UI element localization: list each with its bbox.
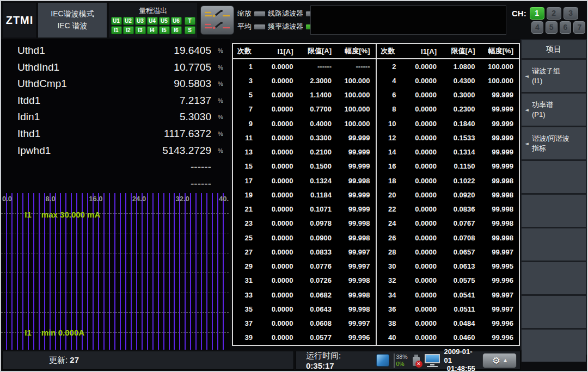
harmonic-value-cell: 0.0000 [404,302,443,316]
range-indicator-t: T [185,17,195,25]
measurement-unit: % [211,47,230,54]
harmonic-bar [136,193,137,350]
harmonic-value-cell: 0.0000 [260,116,299,131]
harmonic-order-cell: 17 [233,173,260,188]
measurement-value: ------ [140,161,211,173]
toggle-switch-缩放[interactable] [254,11,266,17]
harmonic-bar [152,193,154,350]
sidebar-empty-slot [522,296,586,328]
left-panel: Uthd119.6405%UthdInd110.7705%UthdCmp190.… [1,39,230,350]
range-indicator-u1: U1 [111,17,122,25]
gear-icon: ⚙ [492,355,500,366]
harmonic-value-cell: 0.0511 [442,302,481,316]
harmonic-bar [169,193,170,350]
sidebar-item-3[interactable]: ◄谐波/间谐波指标 [522,127,586,159]
harmonic-value-cell: 0.7700 [299,102,338,116]
sidebar-item-line1: 功率谱 [532,100,553,110]
toggle-label-频率滤波器: 频率滤波器 [268,22,303,32]
harmonic-order-cell: 7 [233,102,260,116]
harmonic-value-cell: 99.997 [481,288,519,302]
channel-button-1[interactable]: 1 [530,7,544,20]
harmonic-table-panel: 次数I1[A]限值[A]幅度[%]10.0000------------30.0… [230,39,523,350]
top-bar: ZTMI IEC谐波模式 IEC 谐波 量程溢出 U1U2U3U4U5U6T I… [1,1,587,39]
harmonic-value-cell: 99.999 [481,145,519,159]
harmonic-order-cell: 29 [233,259,260,274]
toggle-switch-平均[interactable] [254,24,266,30]
settings-menu-button[interactable]: ⚙ ▲ [482,353,517,368]
channel-button-7[interactable]: 7 [573,21,585,34]
harmonic-value-cell: 0.0000 [404,331,443,345]
range-indicator-u4: U4 [147,17,158,25]
harmonic-order-cell: 25 [233,231,260,245]
harmonic-order-cell: 19 [233,188,260,202]
harmonic-value-cell: ------ [337,59,376,73]
harmonic-value-cell: 99.997 [481,302,519,316]
harmonic-bar [195,193,197,350]
harmonic-value-cell: 99.998 [337,288,376,302]
harmonic-order-cell: 13 [233,145,260,159]
harmonic-bar [185,193,186,350]
channel-button-4[interactable]: 4 [531,21,543,34]
harmonic-value-cell: 0.0000 [260,173,299,188]
harmonic-order-cell: 15 [233,159,260,173]
chart-channel-label: I1 [24,210,32,219]
range-indicator-i1: I1 [111,26,122,34]
status-bar: 更新: 27 运行时间: 0:35:17 38% 0% ✕ 2009-01-01… [1,350,522,371]
measurement-unit: % [211,131,230,137]
harmonic-order-cell: 6 [377,88,404,102]
sidebar-item-2[interactable]: ◄功率谱(P1) [522,94,586,126]
sidebar-item-line2: (P1) [532,110,553,120]
channel-button-3[interactable]: 3 [564,7,578,20]
harmonic-value-cell: 99.998 [481,202,519,216]
filter-toggle-panel: 缩放线路滤波器平均频率滤波器 [237,3,307,38]
measurement-name: Uthd1 [1,45,140,57]
harmonic-value-cell: 0.0000 [260,102,299,116]
harmonic-value-cell: 100.000 [481,73,519,88]
measurement-row: UthdInd110.7705% [1,59,230,76]
sidebar-item-label: 功率谱(P1) [532,100,553,119]
measurement-row: ------ [1,175,230,192]
harmonic-value-cell: 0.0000 [404,88,443,102]
harmonic-value-cell: 99.997 [337,259,376,274]
runtime-counter: 运行时间: 0:35:17 [306,351,367,370]
channel-button-5[interactable]: 5 [546,21,558,34]
harmonic-value-cell: 0.1840 [442,116,481,131]
harmonic-value-cell: 99.997 [337,317,376,331]
harmonic-value-cell: 0.0000 [260,131,299,145]
measurement-row: Ipwhd15143.2729% [1,142,230,159]
harmonic-value-cell: 99.998 [337,274,376,288]
harmonic-order-cell: 37 [233,317,260,331]
harmonic-bar [174,193,175,350]
harmonic-value-cell: 99.999 [337,188,376,202]
channel-button-6[interactable]: 6 [560,21,572,34]
harmonic-order-cell: 5 [233,88,260,102]
harmonic-value-cell: 0.0484 [442,317,481,331]
harmonic-value-cell: 100.000 [337,102,376,116]
harmonic-value-cell: 0.0000 [260,216,299,231]
harmonic-value-cell: 0.0000 [404,145,443,159]
harmonic-value-cell: 0.0920 [442,188,481,202]
measurement-name: Idin1 [1,111,140,123]
channel-button-2[interactable]: 2 [547,7,561,20]
harmonic-order-cell: 20 [377,188,404,202]
wiring-diagram-icon [203,8,231,32]
harmonic-order-cell: 24 [377,216,404,231]
harmonic-value-cell: 99.999 [481,159,519,173]
measurement-value: 5.3030 [140,111,211,123]
harmonic-value-cell: 0.0000 [404,131,443,145]
harmonic-order-cell: 21 [233,202,260,216]
harmonic-value-cell: 99.999 [337,202,376,216]
harmonic-value-cell: 99.999 [481,88,519,102]
wiring-config-button[interactable] [200,5,234,35]
sidebar-item-1[interactable]: ◄谐波子组(I1) [522,60,586,92]
range-indicator-u3: U3 [135,17,146,25]
harmonic-value-cell: 0.1500 [299,159,338,173]
harmonic-bar [179,193,180,350]
harmonic-value-cell: 0.0000 [260,288,299,302]
brand-logo-text: ZTMI [6,14,34,27]
instrument-screen: ZTMI IEC谐波模式 IEC 谐波 量程溢出 U1U2U3U4U5U6T I… [0,0,588,372]
harmonic-value-cell: 0.0000 [404,116,443,131]
harmonic-value-cell: 0.0000 [260,59,299,73]
harmonic-bar [190,193,191,350]
mode-indicator: IEC谐波模式 IEC 谐波 [38,3,107,38]
